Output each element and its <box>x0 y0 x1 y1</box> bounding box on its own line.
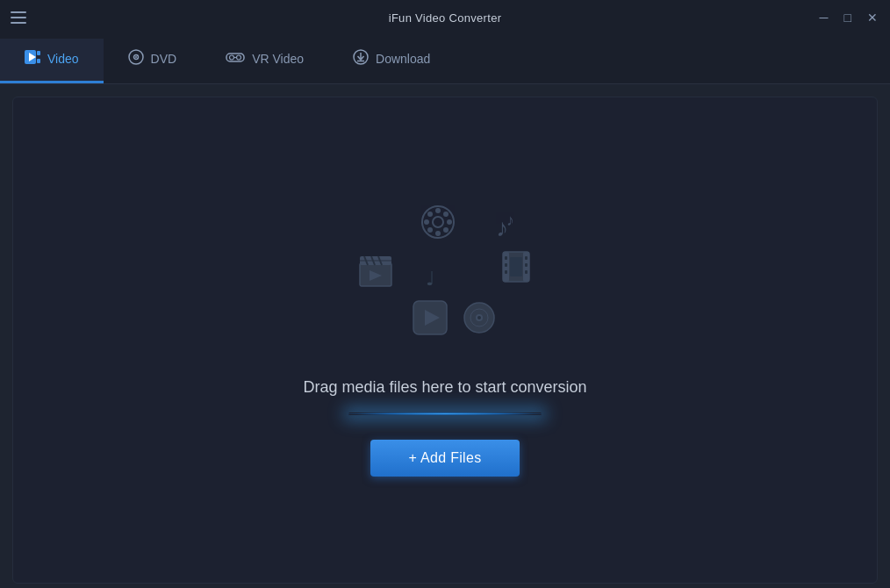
title-bar: iFun Video Converter ─ □ ✕ <box>0 0 890 35</box>
tab-video[interactable]: Video <box>0 39 104 83</box>
svg-rect-42 <box>525 270 528 274</box>
drop-text: Drag media files here to start conversio… <box>303 378 586 397</box>
svg-point-16 <box>435 208 441 213</box>
add-files-button[interactable]: + Add Files <box>370 440 520 477</box>
svg-point-49 <box>477 316 481 319</box>
dvd-tab-icon <box>128 49 144 68</box>
svg-rect-2 <box>37 51 40 55</box>
svg-point-17 <box>435 231 441 236</box>
media-icons-cluster: ♪ ♪ ♩ <box>348 204 542 362</box>
svg-rect-40 <box>525 256 528 260</box>
svg-text:♩: ♩ <box>426 268 434 289</box>
svg-point-18 <box>424 219 429 225</box>
music-note-icon: ♪ ♪ <box>494 212 524 241</box>
filmstrip-icon <box>498 248 535 285</box>
play-button-icon <box>412 299 449 336</box>
svg-rect-43 <box>510 257 522 276</box>
film-reel-icon <box>420 204 456 240</box>
maximize-button[interactable]: □ <box>843 10 853 25</box>
svg-point-6 <box>135 56 137 58</box>
glow-line <box>348 412 542 415</box>
window-controls: ─ □ ✕ <box>818 10 879 25</box>
svg-rect-37 <box>505 256 507 260</box>
video-tab-label: Video <box>47 52 79 66</box>
title-bar-left <box>11 11 26 24</box>
svg-rect-39 <box>505 270 507 274</box>
svg-rect-3 <box>37 59 40 63</box>
vr-tab-icon <box>226 51 245 67</box>
tab-download[interactable]: Download <box>328 39 455 83</box>
single-note-icon: ♩ <box>423 264 448 289</box>
tab-vr-video[interactable]: VR Video <box>201 39 328 83</box>
svg-point-8 <box>230 55 234 60</box>
clapboard-icon <box>357 253 394 288</box>
svg-point-9 <box>237 55 241 60</box>
tab-bar: Video DVD VR Video <box>0 35 890 84</box>
svg-point-23 <box>427 227 433 233</box>
download-tab-icon <box>353 49 369 68</box>
svg-point-19 <box>447 219 452 225</box>
video-tab-icon <box>25 50 40 68</box>
vr-tab-label: VR Video <box>252 52 304 66</box>
svg-point-20 <box>427 212 433 217</box>
minimize-button[interactable]: ─ <box>818 10 830 25</box>
disc-icon <box>463 301 496 334</box>
tab-dvd[interactable]: DVD <box>104 39 202 83</box>
download-tab-label: Download <box>376 52 430 66</box>
app-title: iFun Video Converter <box>389 11 502 25</box>
svg-point-21 <box>443 227 449 233</box>
drop-zone[interactable]: ♪ ♪ ♩ <box>12 97 878 584</box>
dvd-tab-label: DVD <box>151 52 177 66</box>
svg-point-22 <box>443 212 449 217</box>
svg-rect-41 <box>525 263 528 267</box>
svg-point-15 <box>433 217 443 227</box>
drop-area: ♪ ♪ ♩ <box>13 97 877 583</box>
svg-text:♪: ♪ <box>506 212 514 229</box>
close-button[interactable]: ✕ <box>865 10 879 25</box>
menu-button[interactable] <box>11 11 26 24</box>
svg-rect-38 <box>505 263 507 267</box>
